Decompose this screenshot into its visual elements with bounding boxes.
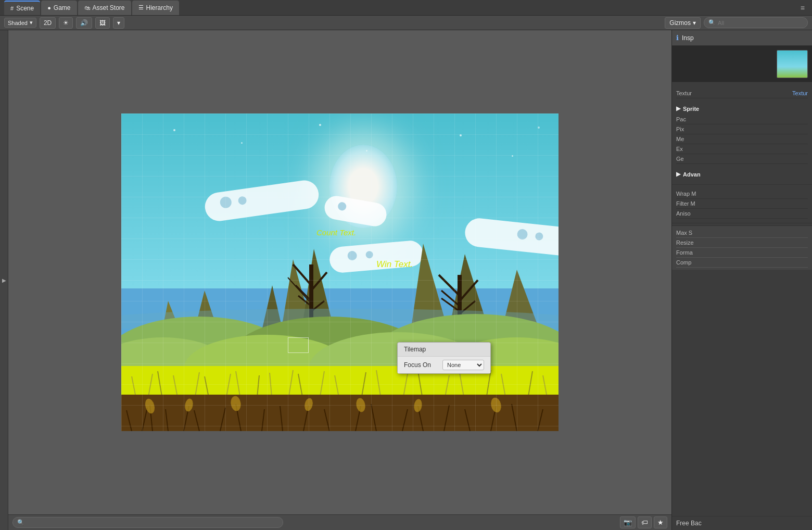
context-menu: Tilemap Focus On None All Selected	[397, 342, 491, 374]
svg-line-55	[166, 409, 168, 431]
generate-physics-row: Ge	[676, 154, 808, 164]
packing-tag-label: Pac	[676, 116, 686, 122]
svg-line-68	[444, 405, 449, 431]
dark-plants-layer	[121, 395, 559, 431]
max-size-section: Max S Resize Forma Comp	[672, 225, 812, 270]
scene-canvas-wrapper[interactable]: Count Text. Win Text.	[8, 30, 671, 514]
sprite-chevron-icon: ▶	[676, 105, 680, 112]
gizmos-label: Gizmos	[669, 19, 691, 27]
extrude-edges-row: Ex	[676, 144, 808, 154]
filter-mode-row: Filter M	[676, 199, 808, 209]
extrude-edges-label: Ex	[676, 146, 683, 152]
dimension-mode-button[interactable]: 2D	[40, 17, 56, 29]
pixels-per-unit-label: Pix	[676, 126, 684, 132]
advanced-section-label: Advan	[683, 171, 701, 178]
svg-line-53	[142, 408, 147, 431]
advanced-section-header[interactable]: ▶ Advan	[676, 168, 808, 180]
star-7	[538, 127, 540, 129]
svg-line-61	[280, 406, 283, 431]
preview-thumbnail	[777, 50, 808, 78]
sprite-section-header[interactable]: ▶ Sprite	[676, 103, 808, 115]
inspector-texture-section: Textur Textur	[672, 86, 812, 100]
image-effects-icon: 🖼	[99, 19, 106, 27]
scene-search-input[interactable]	[718, 20, 801, 26]
bottom-search-input[interactable]	[27, 520, 276, 526]
focus-on-select[interactable]: None All Selected	[442, 360, 484, 370]
tab-asset-store[interactable]: 🛍 Asset Store	[78, 1, 131, 15]
tab-game[interactable]: ● Game	[41, 1, 77, 15]
star-3	[319, 124, 321, 126]
aniso-label: Aniso	[676, 210, 691, 217]
tab-game-label: Game	[54, 4, 71, 11]
inspector-icon: ℹ	[676, 34, 679, 42]
left-arrow-icon: ▶	[2, 277, 6, 283]
scene-bottom-toolbar: 🔍 📷 🏷 ★	[8, 514, 671, 530]
tab-menu-button[interactable]: ≡	[797, 3, 808, 13]
inspector-content: Textur Textur ▶ Sprite Pac Pix Me	[672, 82, 812, 516]
tab-hierarchy[interactable]: ☰ Hierarchy	[132, 1, 179, 15]
max-size-row: Max S	[676, 228, 808, 238]
svg-line-63	[324, 409, 329, 431]
camera-icon-button[interactable]: 📷	[620, 516, 636, 528]
shading-mode-label: Shaded	[8, 20, 28, 26]
wrap-filter-section: Wrap M Filter M Aniso	[672, 187, 812, 221]
generate-physics-label: Ge	[676, 156, 684, 162]
hills-layer	[121, 264, 559, 369]
star-icon-button[interactable]: ★	[654, 516, 667, 528]
compression-label: Comp	[676, 259, 691, 266]
filter-mode-label: Filter M	[676, 200, 695, 207]
star-6	[512, 155, 513, 157]
extras-button[interactable]: ▾	[113, 17, 124, 29]
gizmos-button[interactable]: Gizmos ▾	[665, 17, 701, 29]
wrap-mode-label: Wrap M	[676, 191, 696, 197]
svg-point-73	[144, 398, 156, 414]
compression-row: Comp	[676, 258, 808, 268]
inspector-sprite-section: ▶ Sprite Pac Pix Me Ex Ge	[672, 100, 812, 166]
inspector-divider-1	[672, 184, 812, 185]
focus-on-label: Focus On	[404, 361, 431, 369]
inspector-preview	[672, 46, 812, 82]
packing-tag-row: Pac	[676, 115, 808, 124]
game-tab-icon: ●	[47, 5, 51, 11]
scene-tab-icon: #	[10, 5, 14, 11]
shading-mode-select[interactable]: Shaded ▾	[4, 18, 36, 28]
resize-algorithm-label: Resize	[676, 239, 694, 246]
audio-icon: 🔊	[80, 19, 88, 27]
star-5	[460, 134, 462, 136]
left-panel-toggle[interactable]: ▶	[0, 30, 8, 530]
sun-button[interactable]: ☀	[59, 17, 73, 29]
image-effects-button[interactable]: 🖼	[95, 17, 110, 29]
inspector-panel: ℹ Insp Textur Textur ▶ Sprite Pac	[671, 30, 812, 530]
audio-button[interactable]: 🔊	[76, 17, 92, 29]
format-label: Forma	[676, 249, 693, 256]
dimension-mode-label: 2D	[44, 19, 52, 27]
scene-bottom-search[interactable]: 🔍	[12, 517, 283, 528]
texture-type-row: Textur Textur	[676, 89, 808, 98]
scene-search-box[interactable]: 🔍	[704, 17, 808, 28]
asset-store-tab-icon: 🛍	[84, 5, 90, 11]
svg-point-76	[304, 398, 314, 411]
texture-type-value: Textur	[792, 90, 808, 96]
svg-point-78	[413, 399, 422, 412]
wrap-mode-row: Wrap M	[676, 189, 808, 199]
svg-line-58	[220, 408, 225, 431]
scene-search-icon: 🔍	[708, 19, 716, 26]
aniso-row: Aniso	[676, 209, 808, 219]
sun-icon: ☀	[63, 19, 69, 27]
svg-point-74	[184, 398, 194, 412]
inspector-advanced-section: ▶ Advan	[672, 166, 812, 182]
svg-line-57	[194, 410, 199, 431]
tag-icon-button[interactable]: 🏷	[638, 516, 652, 528]
gizmos-dropdown-icon: ▾	[693, 19, 696, 27]
tab-scene[interactable]: # Scene	[4, 1, 40, 15]
advanced-chevron-icon: ▶	[676, 171, 680, 178]
tab-hierarchy-label: Hierarchy	[146, 4, 173, 11]
sprite-section-label: Sprite	[683, 106, 699, 112]
shading-dropdown-icon: ▾	[30, 19, 33, 26]
scene-canvas[interactable]: Count Text. Win Text.	[121, 113, 559, 431]
svg-line-66	[402, 409, 408, 431]
resize-algorithm-row: Resize	[676, 238, 808, 248]
inspector-bottom-label: Free Bac	[676, 520, 702, 527]
tab-asset-store-label: Asset Store	[93, 4, 125, 11]
scene-toolbar: Shaded ▾ 2D ☀ 🔊 🖼 ▾ Gizmos ▾ 🔍	[0, 16, 812, 30]
